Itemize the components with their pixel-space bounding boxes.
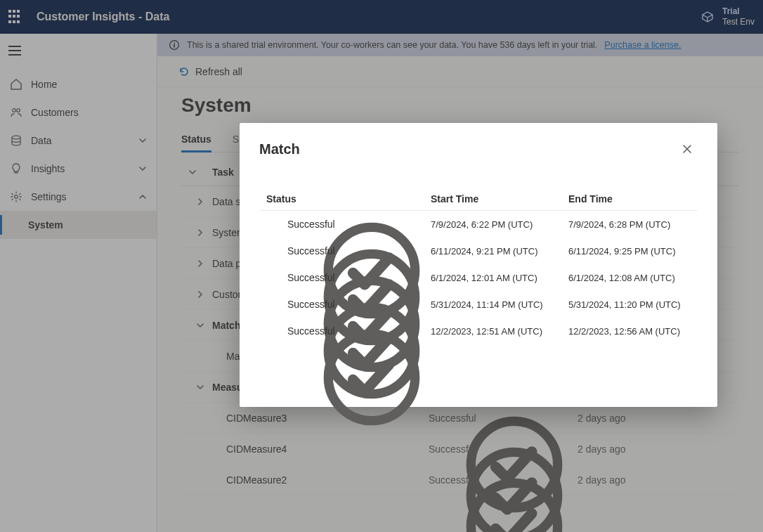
dialog-close-button[interactable] bbox=[677, 138, 698, 160]
start-time: 12/2/2023, 12:51 AM (UTC) bbox=[431, 326, 568, 337]
start-time: 6/1/2024, 12:01 AM (UTC) bbox=[431, 273, 568, 283]
start-time: 5/31/2024, 11:14 PM (UTC) bbox=[431, 299, 568, 310]
status-text: Successful bbox=[287, 219, 335, 230]
dialog-row: Successful 7/9/2024, 6:22 PM (UTC) 7/9/2… bbox=[259, 211, 698, 238]
status-text: Successful bbox=[287, 245, 335, 257]
check-circle-icon bbox=[266, 245, 279, 257]
dialog-title: Match bbox=[259, 141, 300, 157]
end-time: 6/11/2024, 9:25 PM (UTC) bbox=[568, 246, 691, 257]
start-time: 6/11/2024, 9:21 PM (UTC) bbox=[431, 246, 568, 257]
status-text: Successful bbox=[287, 325, 335, 337]
close-icon bbox=[682, 144, 692, 154]
end-time: 6/1/2024, 12:08 AM (UTC) bbox=[568, 273, 691, 283]
end-time: 12/2/2023, 12:56 AM (UTC) bbox=[568, 326, 691, 337]
check-circle-icon bbox=[266, 218, 279, 231]
start-time: 7/9/2024, 6:22 PM (UTC) bbox=[431, 219, 568, 230]
end-time: 5/31/2024, 11:20 PM (UTC) bbox=[568, 299, 691, 310]
end-time: 7/9/2024, 6:28 PM (UTC) bbox=[568, 219, 691, 230]
match-dialog: Match Status Start Time End Time Success… bbox=[240, 123, 717, 407]
check-circle-icon bbox=[266, 271, 279, 284]
col-start: Start Time bbox=[431, 193, 568, 205]
status-text: Successful bbox=[287, 299, 335, 310]
check-circle-icon bbox=[266, 298, 279, 311]
col-status: Status bbox=[266, 193, 431, 205]
dialog-grid-header: Status Start Time End Time bbox=[259, 188, 698, 211]
check-circle-icon bbox=[266, 325, 279, 337]
status-text: Successful bbox=[287, 272, 335, 283]
col-end: End Time bbox=[568, 193, 691, 205]
